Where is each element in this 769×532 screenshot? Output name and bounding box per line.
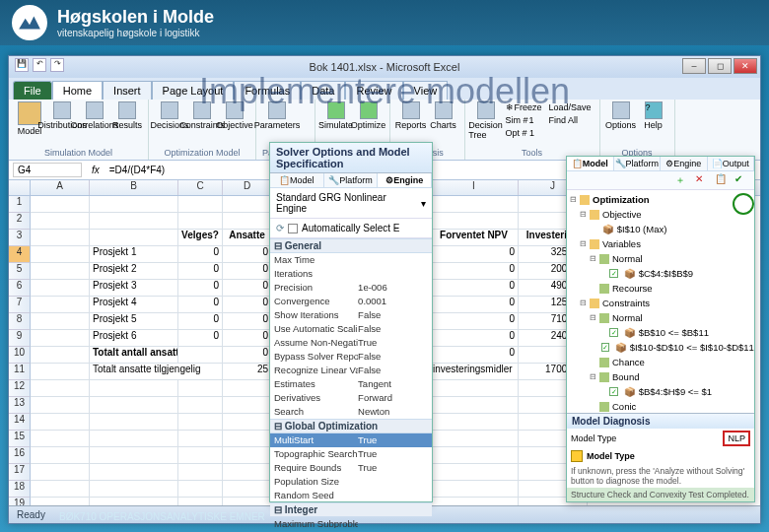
btn-objective[interactable]: Objective bbox=[220, 101, 249, 143]
qat-redo-icon[interactable]: ↷ bbox=[50, 58, 64, 72]
org-name: Høgskolen i Molde bbox=[57, 7, 214, 28]
tab-formulas[interactable]: Formulas bbox=[234, 81, 301, 100]
solver-options-tabs: 📋Model 🔧Platform ⚙Engine bbox=[270, 173, 432, 188]
org-tagline: vitenskapelig høgskole i logistikk bbox=[57, 28, 214, 38]
model-type-value: NLP bbox=[723, 431, 750, 446]
btn-results[interactable]: Results bbox=[112, 101, 142, 143]
solver-options-panel: Solver Options and Model Specification 📋… bbox=[269, 142, 433, 502]
tab-home[interactable]: Home bbox=[52, 81, 103, 100]
fx-icon[interactable]: fx bbox=[92, 165, 100, 175]
opt-tab-platform[interactable]: 🔧Platform bbox=[324, 173, 379, 187]
solver-options-title: Solver Options and Model Specification bbox=[270, 143, 432, 173]
btn-optimize[interactable]: Optimize bbox=[354, 101, 384, 143]
diag-title: Model Diagnosis bbox=[567, 414, 754, 429]
btn-correlations[interactable]: Correlations bbox=[80, 101, 109, 143]
tree-tab-platform[interactable]: 🔧Platform bbox=[614, 157, 662, 170]
tab-insert[interactable]: Insert bbox=[103, 81, 152, 100]
btn-freeze[interactable]: ❄Freeze bbox=[504, 101, 544, 113]
name-box[interactable] bbox=[13, 163, 82, 177]
window-title: Bok 1401.xlsx - Microsoft Excel bbox=[310, 61, 460, 73]
model-tree-panel: 📋Model 🔧Platform ⚙Engine 📄Output ＋ ✕ 📋 ✔… bbox=[566, 156, 755, 502]
tree-tab-model[interactable]: 📋Model bbox=[567, 157, 614, 170]
tab-pagelayout[interactable]: Page Layout bbox=[152, 81, 235, 100]
btn-loadsave[interactable]: Load/Save bbox=[547, 101, 594, 113]
diag-ok: Structure Check and Convexity Test Compl… bbox=[567, 488, 754, 501]
diag-msg: If unknown, press the 'Analyze without S… bbox=[567, 464, 754, 488]
slide-header: Høgskolen i Molde vitenskapelig høgskole… bbox=[0, 0, 769, 45]
excel-titlebar: 💾 ↶ ↷ Bok 1401.xlsx - Microsoft Excel – … bbox=[9, 56, 760, 78]
slide-footer: BØK710 OPERASJONSANALYTISKE EMNER bbox=[59, 511, 265, 522]
btn-charts[interactable]: Charts bbox=[429, 101, 458, 143]
btn-findall[interactable]: Find All bbox=[547, 114, 594, 126]
tree-run-icon[interactable]: ✔ bbox=[734, 173, 748, 187]
btn-parameters[interactable]: Parameters bbox=[262, 101, 292, 143]
group-sim: Simulation Model bbox=[15, 148, 142, 158]
tree-add-icon[interactable]: ＋ bbox=[675, 173, 689, 187]
btn-opt-num[interactable]: Opt # 1 bbox=[504, 127, 544, 139]
model-diagnosis: Model Diagnosis Model TypeNLP Model Type… bbox=[567, 413, 754, 501]
auto-select-checkbox bbox=[288, 224, 298, 233]
tree-tab-engine[interactable]: ⚙Engine bbox=[661, 157, 708, 170]
warn-icon bbox=[571, 450, 583, 462]
tab-review[interactable]: Review bbox=[345, 81, 402, 100]
ribbon-tabs: File Home Insert Page Layout Formulas Da… bbox=[9, 78, 760, 100]
status-ready: Ready bbox=[17, 509, 45, 520]
org-text: Høgskolen i Molde vitenskapelig høgskole… bbox=[57, 7, 214, 38]
tree-refresh-icon[interactable]: 📋 bbox=[715, 173, 729, 187]
quick-access-toolbar: 💾 ↶ ↷ bbox=[15, 58, 64, 72]
minimize-button[interactable]: – bbox=[682, 58, 706, 74]
tab-file[interactable]: File bbox=[13, 81, 52, 100]
close-button[interactable]: ✕ bbox=[734, 58, 757, 74]
btn-help[interactable]: ?Help bbox=[639, 101, 668, 143]
btn-reports[interactable]: Reports bbox=[396, 101, 426, 143]
btn-constraints[interactable]: Constraints bbox=[187, 101, 217, 143]
btn-options[interactable]: Options bbox=[606, 101, 636, 143]
btn-simulate[interactable]: Simulate bbox=[321, 101, 351, 143]
tab-view[interactable]: View bbox=[403, 81, 449, 100]
tab-data[interactable]: Data bbox=[301, 81, 345, 100]
group-opt: Optimization Model bbox=[155, 148, 249, 158]
opt-tab-engine[interactable]: ⚙Engine bbox=[378, 173, 432, 187]
btn-decision-tree[interactable]: Decision Tree bbox=[471, 101, 501, 143]
qat-undo-icon[interactable]: ↶ bbox=[33, 58, 46, 72]
qat-save-icon[interactable]: 💾 bbox=[15, 58, 29, 72]
engine-selector[interactable]: Standard GRG Nonlinear Engine ▾ bbox=[270, 188, 432, 219]
btn-sim-num[interactable]: Sim # 1 bbox=[504, 114, 544, 126]
org-logo bbox=[12, 5, 47, 40]
auto-select-engine[interactable]: ⟳ Automatically Select E bbox=[270, 219, 432, 238]
maximize-button[interactable]: ◻ bbox=[708, 58, 732, 74]
opt-tab-model[interactable]: 📋Model bbox=[270, 173, 324, 187]
tree-delete-icon[interactable]: ✕ bbox=[695, 173, 709, 187]
tree-tab-output[interactable]: 📄Output bbox=[708, 157, 755, 170]
